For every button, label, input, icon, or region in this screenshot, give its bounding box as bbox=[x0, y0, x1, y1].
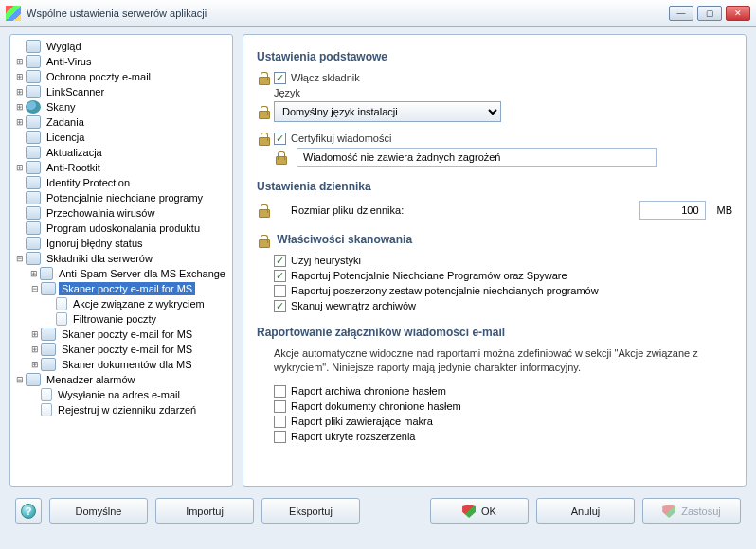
export-button[interactable]: Eksportuj bbox=[261, 498, 360, 524]
tree-item[interactable]: Przechowalnia wirusów bbox=[10, 205, 232, 221]
folder-icon bbox=[26, 40, 41, 53]
tree-item[interactable]: ⊞Skaner dokumentów dla MS bbox=[10, 357, 232, 372]
nav-tree-scroll[interactable]: Wygląd⊞Anti-Virus⊞Ochrona poczty e-mail⊞… bbox=[10, 35, 232, 486]
heuristics-label: Użyj heurystyki bbox=[291, 255, 361, 266]
tree-item[interactable]: Wygląd bbox=[10, 39, 232, 54]
attach-r1-checkbox[interactable] bbox=[274, 385, 286, 398]
tree-item[interactable]: Potencjalnie niechciane programy bbox=[10, 190, 232, 205]
import-button[interactable]: Importuj bbox=[155, 498, 254, 524]
scan-heading: Właściwości skanowania bbox=[277, 233, 412, 246]
attach-r2-checkbox[interactable] bbox=[274, 400, 286, 413]
expand-icon[interactable]: ⊞ bbox=[14, 87, 26, 97]
lock-icon[interactable] bbox=[257, 132, 270, 145]
inside-checkbox[interactable]: ✓ bbox=[274, 300, 286, 312]
tree-item[interactable]: ⊟Menadżer alarmów bbox=[10, 372, 232, 387]
pup-checkbox[interactable]: ✓ bbox=[274, 270, 286, 282]
bottom-toolbar: ? Domyślne Importuj Eksportuj OK Anuluj … bbox=[0, 490, 756, 536]
log-heading: Ustawienia dziennika bbox=[257, 180, 732, 193]
folder-icon bbox=[26, 252, 41, 265]
tree-item[interactable]: ⊞Ochrona poczty e-mail bbox=[10, 69, 232, 84]
tree-item[interactable]: ⊞Zadania bbox=[10, 115, 232, 130]
lock-icon[interactable] bbox=[257, 105, 270, 118]
tree-item-label: Rejestruj w dzienniku zdarzeń bbox=[55, 403, 199, 416]
folder-icon bbox=[26, 115, 41, 129]
expand-icon[interactable]: ⊞ bbox=[29, 345, 41, 354]
lock-icon[interactable] bbox=[274, 151, 287, 164]
folder-icon bbox=[40, 267, 53, 280]
tree-item-label: Skaner poczty e-mail for MS bbox=[59, 328, 195, 341]
tree-item[interactable]: ⊞Skany bbox=[10, 99, 232, 115]
settings-panel[interactable]: Ustawienia podstawowe ✓ Włącz składnik J… bbox=[243, 34, 747, 487]
tree-item-label: Potencjalnie niechciane programy bbox=[44, 191, 206, 204]
language-select[interactable]: Domyślny język instalacji bbox=[274, 101, 501, 122]
tree-item[interactable]: Program udoskonalania produktu bbox=[10, 221, 232, 236]
expand-icon[interactable]: ⊞ bbox=[14, 102, 26, 112]
tree-item[interactable]: Ignoruj błędny status bbox=[10, 236, 232, 251]
tree-item[interactable]: ⊞Anti-Virus bbox=[10, 54, 232, 69]
ext-pup-checkbox[interactable] bbox=[274, 285, 286, 297]
tree-item[interactable]: Aktualizacja bbox=[10, 145, 232, 160]
log-size-input[interactable] bbox=[639, 201, 706, 220]
language-label: Język bbox=[274, 87, 300, 98]
tree-item[interactable]: Licencja bbox=[10, 130, 232, 145]
tree-item-label: Akcje związane z wykryciem bbox=[70, 297, 207, 310]
apply-button[interactable]: Zastosuj bbox=[642, 498, 741, 524]
log-size-unit: MB bbox=[717, 204, 733, 216]
collapse-icon[interactable]: ⊟ bbox=[14, 254, 26, 263]
ok-button[interactable]: OK bbox=[430, 498, 529, 524]
expand-icon[interactable]: ⊞ bbox=[29, 360, 41, 369]
attach-r4-label: Raport ukryte rozszerzenia bbox=[291, 431, 415, 442]
expand-icon[interactable]: ⊞ bbox=[14, 163, 26, 172]
tree-item[interactable]: Wysyłanie na adres e-mail bbox=[10, 387, 232, 402]
scan-icon bbox=[26, 100, 41, 114]
collapse-icon[interactable]: ⊟ bbox=[29, 284, 41, 293]
attach-heading: Raportowanie załączników wiadomości e-ma… bbox=[257, 326, 732, 339]
cancel-button[interactable]: Anuluj bbox=[536, 498, 635, 524]
tree-item-label: Ignoruj błędny status bbox=[44, 237, 146, 250]
heuristics-checkbox[interactable]: ✓ bbox=[274, 255, 286, 267]
window-title: Wspólne ustawienia serwerów aplikacji bbox=[27, 8, 669, 19]
close-button[interactable]: ✕ bbox=[726, 6, 750, 21]
folder-icon bbox=[26, 221, 41, 235]
attach-r4-checkbox[interactable] bbox=[274, 431, 286, 443]
certify-label: Certyfikuj wiadomości bbox=[291, 133, 391, 144]
tree-item[interactable]: ⊟Składniki dla serwerów bbox=[10, 251, 232, 266]
certify-checkbox[interactable]: ✓ bbox=[274, 133, 286, 145]
minimize-button[interactable]: — bbox=[669, 6, 693, 21]
expand-icon[interactable]: ⊞ bbox=[14, 117, 26, 127]
collapse-icon[interactable]: ⊟ bbox=[14, 375, 26, 384]
expand-icon[interactable]: ⊞ bbox=[14, 72, 26, 81]
tree-item-label: Skaner poczty e-mail for MS bbox=[59, 282, 195, 295]
help-icon: ? bbox=[21, 504, 36, 519]
enable-checkbox[interactable]: ✓ bbox=[274, 72, 286, 84]
tree-item[interactable]: Filtrowanie poczty bbox=[10, 311, 232, 327]
maximize-button[interactable]: ▢ bbox=[697, 6, 722, 21]
expand-icon[interactable]: ⊞ bbox=[29, 269, 40, 278]
help-button[interactable]: ? bbox=[15, 498, 42, 524]
document-icon bbox=[41, 403, 52, 416]
tree-item[interactable]: ⊞LinkScanner bbox=[10, 84, 232, 99]
defaults-button[interactable]: Domyślne bbox=[49, 498, 148, 524]
tree-item[interactable]: ⊞Skaner poczty e-mail for MS bbox=[10, 327, 232, 342]
tree-item[interactable]: ⊟Skaner poczty e-mail for MS bbox=[10, 281, 232, 296]
attach-r1-label: Raport archiwa chronione hasłem bbox=[291, 385, 446, 397]
tree-item[interactable]: ⊞Anti-Rootkit bbox=[10, 160, 232, 175]
tree-item[interactable]: Rejestruj w dzienniku zdarzeń bbox=[10, 402, 232, 417]
attach-r3-checkbox[interactable] bbox=[274, 416, 286, 428]
tree-item[interactable]: Identity Protection bbox=[10, 175, 232, 190]
tree-item[interactable]: ⊞Skaner poczty e-mail for MS bbox=[10, 342, 232, 357]
tree-item[interactable]: ⊞Anti-Spam Server dla MS Exchange bbox=[10, 266, 232, 281]
lock-icon[interactable] bbox=[257, 71, 270, 84]
tree-item-label: Identity Protection bbox=[44, 176, 133, 189]
lock-icon[interactable] bbox=[257, 204, 270, 217]
tree-item-label: Skaner poczty e-mail for MS bbox=[59, 343, 195, 356]
expand-icon[interactable]: ⊞ bbox=[14, 57, 26, 66]
tree-item-label: Przechowalnia wirusów bbox=[44, 206, 157, 220]
nav-tree: Wygląd⊞Anti-Virus⊞Ochrona poczty e-mail⊞… bbox=[10, 35, 232, 421]
enable-label: Włącz składnik bbox=[291, 72, 360, 83]
lock-icon[interactable] bbox=[257, 234, 270, 247]
certify-text-input[interactable] bbox=[297, 148, 657, 167]
tree-item[interactable]: Akcje związane z wykryciem bbox=[10, 296, 232, 311]
tree-item-label: Menadżer alarmów bbox=[44, 373, 138, 386]
expand-icon[interactable]: ⊞ bbox=[29, 329, 41, 339]
